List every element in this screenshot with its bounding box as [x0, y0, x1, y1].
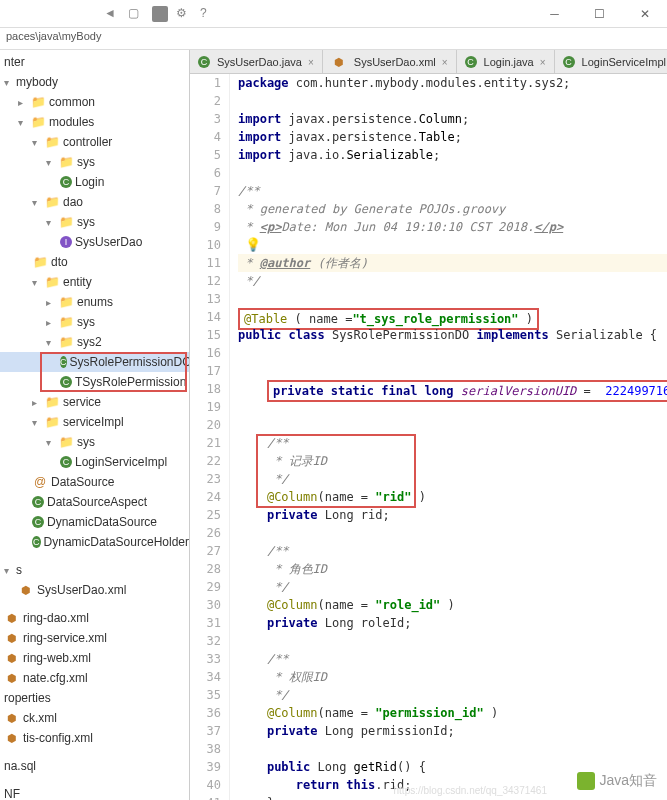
back-icon[interactable]: ◄: [104, 6, 120, 22]
tree-item[interactable]: ▸📁service: [0, 392, 189, 412]
tree-item[interactable]: NF: [0, 784, 189, 800]
watermark: Java知音: [577, 772, 657, 790]
tree-item[interactable]: ▾📁sys: [0, 432, 189, 452]
code-body[interactable]: package com.hunter.mybody.modules.entity…: [230, 74, 667, 800]
tree-item[interactable]: ▸📁enums: [0, 292, 189, 312]
footer-url: https://blog.csdn.net/qq_34371461: [394, 785, 547, 796]
minimize-button[interactable]: ─: [532, 0, 577, 28]
tree-item[interactable]: CLoginServiceImpl: [0, 452, 189, 472]
tree-item[interactable]: roperties: [0, 688, 189, 708]
close-icon[interactable]: ×: [308, 57, 314, 68]
wechat-icon: [577, 772, 595, 790]
tree-item[interactable]: ISysUserDao: [0, 232, 189, 252]
bulb-icon[interactable]: 💡: [245, 237, 261, 252]
tree-item[interactable]: ▸📁common: [0, 92, 189, 112]
tree-item-login[interactable]: CLogin: [0, 172, 189, 192]
class-icon: C: [32, 516, 44, 528]
tree-item[interactable]: ⬢tis-config.xml: [0, 728, 189, 748]
tree-item[interactable]: 📁dto: [0, 252, 189, 272]
tree-item[interactable]: ▾📁modules: [0, 112, 189, 132]
interface-icon: I: [60, 236, 72, 248]
tree-item[interactable]: ⬢ring-web.xml: [0, 648, 189, 668]
tree-item[interactable]: CTSysRolePermission: [0, 372, 189, 392]
tree-item[interactable]: ⬢ring-dao.xml: [0, 608, 189, 628]
tree-item[interactable]: ▾📁sys: [0, 152, 189, 172]
tree-item-sysrolepermissiondo[interactable]: CSysRolePermissionDO: [0, 352, 189, 372]
tree-item[interactable]: ▾📁controller: [0, 132, 189, 152]
class-icon: C: [465, 56, 477, 68]
highlighted-tree-group: CSysRolePermissionDO CTSysRolePermission: [0, 352, 189, 392]
toolbar-icon[interactable]: [152, 6, 168, 22]
question-icon[interactable]: ?: [200, 6, 216, 22]
tree-item[interactable]: CDataSourceAspect: [0, 492, 189, 512]
tree-item[interactable]: CDynamicDataSource: [0, 512, 189, 532]
class-icon: C: [60, 376, 72, 388]
xml-icon: ⬢: [4, 650, 20, 666]
tree-item[interactable]: ▾📁serviceImpl: [0, 412, 189, 432]
settings-icon[interactable]: ⚙: [176, 6, 192, 22]
tree-item[interactable]: ⬢ck.xml: [0, 708, 189, 728]
xml-icon: ⬢: [4, 710, 20, 726]
xml-icon: ⬢: [4, 630, 20, 646]
tree-item[interactable]: ⬢SysUserDao.xml: [0, 580, 189, 600]
tree-item[interactable]: CDynamicDataSourceHolder: [0, 532, 189, 552]
tree-item[interactable]: na.sql: [0, 756, 189, 776]
tree-item[interactable]: ⬢nate.cfg.xml: [0, 668, 189, 688]
class-icon: C: [32, 536, 41, 548]
class-icon: C: [198, 56, 210, 68]
class-icon: C: [60, 356, 67, 368]
editor-tabs: CSysUserDao.java× ⬢SysUserDao.xml× CLogi…: [190, 50, 667, 74]
window-controls: ─ ☐ ✕: [532, 0, 667, 28]
xml-icon: ⬢: [18, 582, 34, 598]
code-editor[interactable]: 1234567891011121314151617181920212223242…: [190, 74, 667, 800]
tree-item[interactable]: ▾📁entity: [0, 272, 189, 292]
close-button[interactable]: ✕: [622, 0, 667, 28]
tree-item[interactable]: ▸📁sys: [0, 312, 189, 332]
tab-sysuserdao-xml[interactable]: ⬢SysUserDao.xml×: [323, 50, 457, 74]
tab-sysuserdao-java[interactable]: CSysUserDao.java×: [190, 50, 323, 74]
tree-item[interactable]: ▾mybody: [0, 72, 189, 92]
annotation-icon: @: [32, 474, 48, 490]
xml-icon: ⬢: [331, 54, 347, 70]
class-icon: C: [563, 56, 575, 68]
class-icon: C: [60, 176, 72, 188]
breadcrumb: paces\java\myBody: [0, 28, 667, 50]
editor-area: CSysUserDao.java× ⬢SysUserDao.xml× CLogi…: [190, 50, 667, 800]
maximize-button[interactable]: ☐: [577, 0, 622, 28]
tree-item[interactable]: ⬢ring-service.xml: [0, 628, 189, 648]
xml-icon: ⬢: [4, 670, 20, 686]
tree-item[interactable]: @DataSource: [0, 472, 189, 492]
project-tree[interactable]: nter ▾mybody ▸📁common ▾📁modules ▾📁contro…: [0, 50, 190, 800]
class-icon: C: [32, 496, 44, 508]
toolbar-icon[interactable]: ▢: [128, 6, 144, 22]
tree-item[interactable]: nter: [0, 52, 189, 72]
tree-item[interactable]: ▾📁sys: [0, 212, 189, 232]
close-icon[interactable]: ×: [442, 57, 448, 68]
tree-item[interactable]: ▾s: [0, 560, 189, 580]
close-icon[interactable]: ×: [540, 57, 546, 68]
xml-icon: ⬢: [4, 610, 20, 626]
line-gutter: 1234567891011121314151617181920212223242…: [190, 74, 230, 800]
tree-item[interactable]: ▾📁dao: [0, 192, 189, 212]
tab-login-java[interactable]: CLogin.java×: [457, 50, 555, 74]
tree-item[interactable]: ▾📁sys2: [0, 332, 189, 352]
class-icon: C: [60, 456, 72, 468]
xml-icon: ⬢: [4, 730, 20, 746]
tab-loginserviceimpl[interactable]: CLoginServiceImpl.java×: [555, 50, 667, 74]
